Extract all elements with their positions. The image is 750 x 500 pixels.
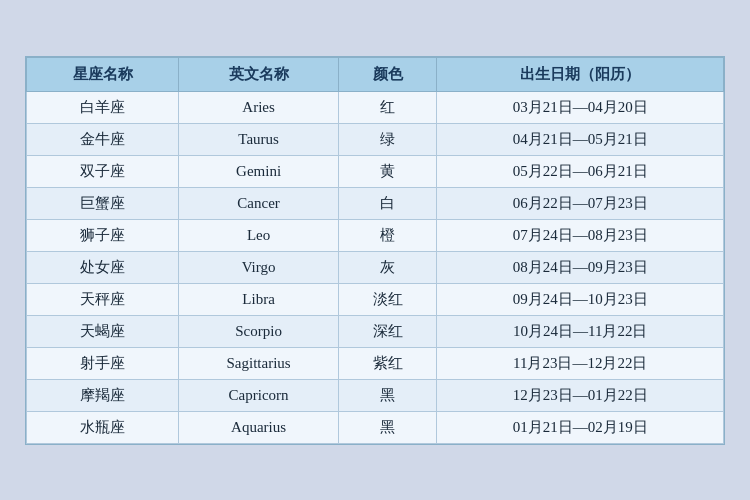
cell-color: 黑 [338, 411, 437, 443]
cell-color: 绿 [338, 123, 437, 155]
header-color: 颜色 [338, 57, 437, 91]
cell-dates: 03月21日—04月20日 [437, 91, 724, 123]
cell-dates: 07月24日—08月23日 [437, 219, 724, 251]
cell-color: 紫红 [338, 347, 437, 379]
cell-chinese-name: 射手座 [27, 347, 179, 379]
cell-chinese-name: 双子座 [27, 155, 179, 187]
cell-color: 灰 [338, 251, 437, 283]
cell-dates: 01月21日—02月19日 [437, 411, 724, 443]
cell-color: 深红 [338, 315, 437, 347]
table-row: 狮子座Leo橙07月24日—08月23日 [27, 219, 724, 251]
cell-english-name: Aries [179, 91, 339, 123]
table-row: 摩羯座Capricorn黑12月23日—01月22日 [27, 379, 724, 411]
header-chinese-name: 星座名称 [27, 57, 179, 91]
cell-english-name: Aquarius [179, 411, 339, 443]
cell-chinese-name: 天秤座 [27, 283, 179, 315]
table-row: 处女座Virgo灰08月24日—09月23日 [27, 251, 724, 283]
cell-dates: 06月22日—07月23日 [437, 187, 724, 219]
cell-chinese-name: 水瓶座 [27, 411, 179, 443]
cell-color: 黄 [338, 155, 437, 187]
zodiac-table: 星座名称 英文名称 颜色 出生日期（阳历） 白羊座Aries红03月21日—04… [26, 57, 724, 444]
cell-english-name: Libra [179, 283, 339, 315]
cell-english-name: Sagittarius [179, 347, 339, 379]
cell-english-name: Taurus [179, 123, 339, 155]
cell-color: 白 [338, 187, 437, 219]
cell-english-name: Virgo [179, 251, 339, 283]
table-header-row: 星座名称 英文名称 颜色 出生日期（阳历） [27, 57, 724, 91]
cell-dates: 12月23日—01月22日 [437, 379, 724, 411]
cell-chinese-name: 摩羯座 [27, 379, 179, 411]
cell-dates: 11月23日—12月22日 [437, 347, 724, 379]
cell-chinese-name: 天蝎座 [27, 315, 179, 347]
table-row: 天秤座Libra淡红09月24日—10月23日 [27, 283, 724, 315]
table-row: 水瓶座Aquarius黑01月21日—02月19日 [27, 411, 724, 443]
cell-chinese-name: 处女座 [27, 251, 179, 283]
cell-color: 橙 [338, 219, 437, 251]
table-row: 巨蟹座Cancer白06月22日—07月23日 [27, 187, 724, 219]
cell-chinese-name: 巨蟹座 [27, 187, 179, 219]
table-row: 天蝎座Scorpio深红10月24日—11月22日 [27, 315, 724, 347]
cell-dates: 05月22日—06月21日 [437, 155, 724, 187]
cell-chinese-name: 金牛座 [27, 123, 179, 155]
cell-english-name: Cancer [179, 187, 339, 219]
table-body: 白羊座Aries红03月21日—04月20日金牛座Taurus绿04月21日—0… [27, 91, 724, 443]
cell-dates: 09月24日—10月23日 [437, 283, 724, 315]
table-row: 金牛座Taurus绿04月21日—05月21日 [27, 123, 724, 155]
table-row: 射手座Sagittarius紫红11月23日—12月22日 [27, 347, 724, 379]
cell-chinese-name: 白羊座 [27, 91, 179, 123]
cell-chinese-name: 狮子座 [27, 219, 179, 251]
header-dates: 出生日期（阳历） [437, 57, 724, 91]
cell-dates: 10月24日—11月22日 [437, 315, 724, 347]
cell-color: 红 [338, 91, 437, 123]
header-english-name: 英文名称 [179, 57, 339, 91]
cell-english-name: Gemini [179, 155, 339, 187]
cell-english-name: Capricorn [179, 379, 339, 411]
cell-color: 淡红 [338, 283, 437, 315]
table-row: 双子座Gemini黄05月22日—06月21日 [27, 155, 724, 187]
zodiac-table-container: 星座名称 英文名称 颜色 出生日期（阳历） 白羊座Aries红03月21日—04… [25, 56, 725, 445]
cell-english-name: Leo [179, 219, 339, 251]
cell-english-name: Scorpio [179, 315, 339, 347]
cell-dates: 08月24日—09月23日 [437, 251, 724, 283]
cell-color: 黑 [338, 379, 437, 411]
cell-dates: 04月21日—05月21日 [437, 123, 724, 155]
table-row: 白羊座Aries红03月21日—04月20日 [27, 91, 724, 123]
